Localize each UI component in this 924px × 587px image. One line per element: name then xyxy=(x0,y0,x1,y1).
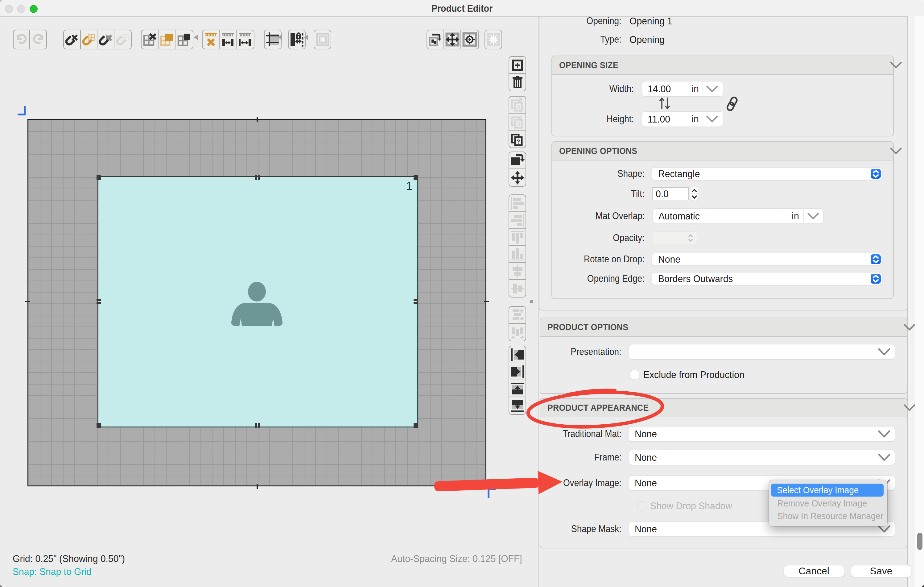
svg-text:?: ? xyxy=(516,139,520,145)
svg-text:3: 3 xyxy=(516,104,520,111)
svg-text:3: 3 xyxy=(516,121,520,127)
